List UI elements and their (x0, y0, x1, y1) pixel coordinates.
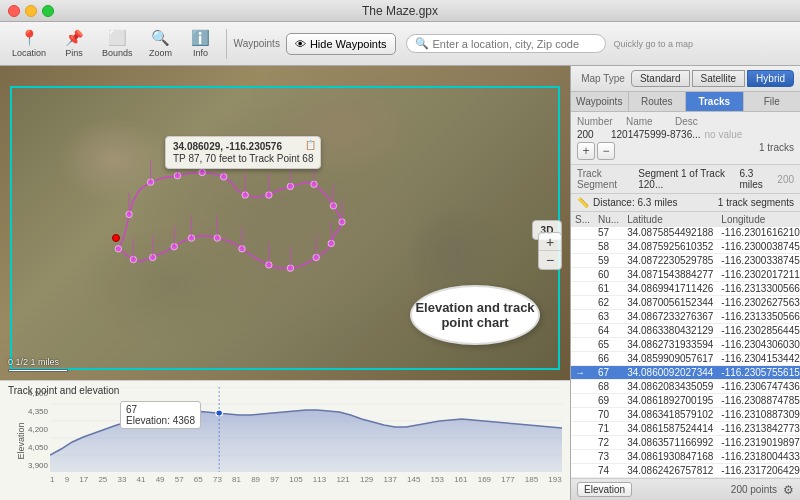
y-label-4200: 4,200 (28, 425, 48, 434)
table-row[interactable]: 7034.0863418579102-116.231088730957 (571, 408, 800, 422)
table-row[interactable]: 5734.0875854492188-116.230161621094 (571, 226, 800, 240)
x-tick: 145 (407, 475, 420, 484)
bounds-button[interactable]: ⬜ Bounds (96, 26, 139, 61)
gear-icon[interactable]: ⚙ (783, 483, 794, 497)
chart-x-axis: 1 9 17 25 33 41 49 57 65 73 81 89 97 105… (50, 475, 562, 484)
zoom-out-button[interactable]: − (539, 251, 561, 269)
map-area: 34.086029, -116.230576 TP 87, 70 feet to… (0, 66, 570, 500)
table-row[interactable]: 6034.0871543884277-116.230201721191 (571, 268, 800, 282)
scale-line (8, 369, 68, 372)
table-row[interactable]: 6234.0870056152344-116.230262756348 (571, 296, 800, 310)
tab-routes[interactable]: Routes (629, 92, 687, 111)
table-row[interactable]: 6634.0859909057617-116.230415344238 (571, 352, 800, 366)
traffic-lights (0, 5, 54, 17)
location-button[interactable]: 📍 Location (6, 26, 52, 61)
tracks-count: 1 tracks (759, 142, 794, 160)
table-row[interactable]: 6434.0863380432129-116.230285644531 (571, 324, 800, 338)
x-tick: 185 (525, 475, 538, 484)
bounds-icon: ⬜ (108, 29, 127, 47)
x-tick: 1 (50, 475, 54, 484)
x-tick: 81 (232, 475, 241, 484)
track-number-row: Number Name Desc (577, 116, 794, 127)
pins-icon: 📌 (65, 29, 84, 47)
x-tick: 49 (156, 475, 165, 484)
standard-map-button[interactable]: Standard (631, 70, 690, 87)
x-tick: 25 (98, 475, 107, 484)
table-row[interactable]: 6934.0861892700195-116.230887478516 (571, 394, 800, 408)
tab-waypoints[interactable]: Waypoints (571, 92, 629, 111)
add-track-button[interactable]: + (577, 142, 595, 160)
table-row[interactable]: 7434.0862426757812-116.231720642900 (571, 464, 800, 478)
x-tick: 73 (213, 475, 222, 484)
main-area: 34.086029, -116.230576 TP 87, 70 feet to… (0, 66, 800, 500)
distance-value: Distance: 6.3 miles (593, 197, 677, 208)
track-info: Number Name Desc 200 1201475999-8736... … (571, 112, 800, 165)
track-table[interactable]: S... Nu... Latitude Longitude 4934.08750… (571, 212, 800, 478)
ruler-icon: 📏 (577, 197, 589, 208)
y-label-4050: 4,050 (28, 443, 48, 452)
col-lat: Latitude (623, 212, 717, 228)
x-tick: 105 (289, 475, 302, 484)
search-input[interactable] (433, 38, 597, 50)
hybrid-map-button[interactable]: Hybrid (747, 70, 794, 87)
table-row[interactable]: 7334.0861930847168-116.231800443359 (571, 450, 800, 464)
pins-button[interactable]: 📌 Pins (56, 26, 92, 61)
add-remove-buttons: + − 1 tracks (577, 142, 794, 160)
table-row[interactable]: 5934.0872230529785-116.230033874512 (571, 254, 800, 268)
table-row[interactable]: 6334.0867233276367-116.231335056641 (571, 310, 800, 324)
waypoints-group-label: Waypoints (234, 38, 280, 49)
info-button[interactable]: ℹ️ Info (183, 26, 219, 61)
zoom-in-button[interactable]: + (539, 233, 561, 251)
table-row[interactable]: 5834.0875925610352-116.230003874512 (571, 240, 800, 254)
search-icon: 🔍 (415, 37, 429, 50)
toolbar-separator (226, 29, 227, 59)
table-row[interactable]: 6534.0862731933594-116.230430603027 (571, 338, 800, 352)
maximize-button[interactable] (42, 5, 54, 17)
elevation-svg (50, 387, 562, 472)
chart-tooltip: 67 Elevation: 4368 (120, 401, 201, 429)
segment-label: Track Segment (577, 168, 634, 190)
tab-file[interactable]: File (744, 92, 801, 111)
search-hint: Quickly go to a map location (614, 39, 694, 49)
toolbar: 📍 Location 📌 Pins ⬜ Bounds 🔍 Zoom ℹ️ Inf… (0, 22, 800, 66)
close-button[interactable] (8, 5, 20, 17)
no-trac-value: 200 (777, 174, 794, 185)
window-title: The Maze.gpx (362, 4, 438, 18)
table-row[interactable]: →6734.0860092027344-116.230575561523 (571, 366, 800, 380)
x-tick: 177 (501, 475, 514, 484)
satellite-map-button[interactable]: Satellite (692, 70, 746, 87)
x-tick: 9 (65, 475, 69, 484)
x-tick: 33 (117, 475, 126, 484)
table-row[interactable]: 6834.0862083435059-116.230674743652 (571, 380, 800, 394)
eye-icon: 👁 (295, 38, 306, 50)
x-tick: 97 (270, 475, 279, 484)
table-row[interactable]: 6134.0869941711426-116.231330056641 (571, 282, 800, 296)
track-name-value: 1201475999-8736... (611, 129, 701, 140)
table-row[interactable]: 7134.0861587524414-116.231384277344 (571, 422, 800, 436)
desc-label: Desc (675, 116, 720, 127)
elevation-y-axis-label: Elevation (16, 422, 26, 459)
elevation-button[interactable]: Elevation (577, 482, 632, 497)
bottom-bar: Elevation 200 points ⚙ (571, 478, 800, 500)
map-type-label: Map Type (581, 73, 625, 84)
x-tick: 57 (175, 475, 184, 484)
search-bar[interactable]: 🔍 (406, 34, 606, 53)
x-tick: 129 (360, 475, 373, 484)
x-tick: 137 (384, 475, 397, 484)
segment-value: Segment 1 of Track 120... (638, 168, 735, 190)
minimize-button[interactable] (25, 5, 37, 17)
tab-tracks[interactable]: Tracks (686, 92, 744, 111)
y-label-4350: 4,350 (28, 407, 48, 416)
y-label-3900: 3,900 (28, 461, 48, 470)
track-segment-row: Track Segment Segment 1 of Track 120... … (571, 165, 800, 194)
right-panel: Map Type Standard Satellite Hybrid Waypo… (570, 66, 800, 500)
zoom-button[interactable]: 🔍 Zoom (143, 26, 179, 61)
table-row[interactable]: 7234.0863571166992-116.231901989746 (571, 436, 800, 450)
col-s: S... (571, 212, 594, 228)
track-values-row: 200 1201475999-8736... no value (577, 129, 794, 140)
hide-waypoints-button[interactable]: 👁 Hide Waypoints (286, 33, 396, 55)
remove-track-button[interactable]: − (597, 142, 615, 160)
x-tick: 65 (194, 475, 203, 484)
map-type-bar: Map Type Standard Satellite Hybrid (571, 66, 800, 92)
titlebar: The Maze.gpx (0, 0, 800, 22)
